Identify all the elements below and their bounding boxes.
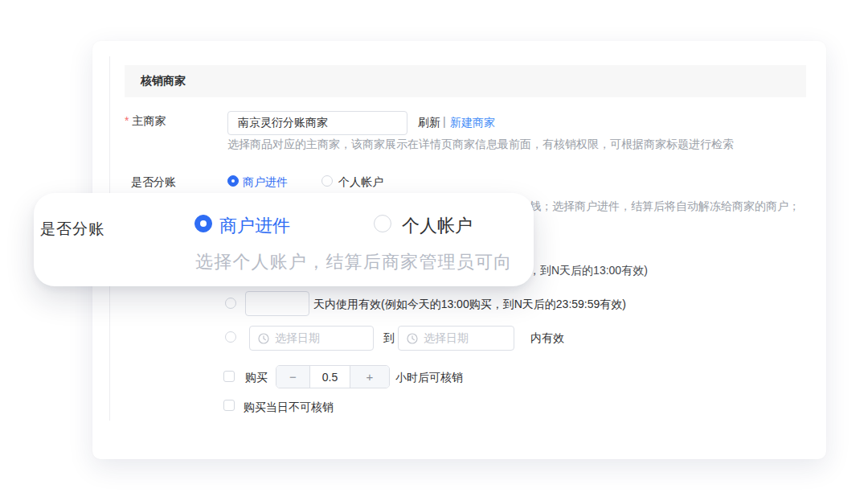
start-date-picker[interactable]: 选择日期 [249,326,374,351]
magnifier-radio-merchant-entry-label[interactable]: 商户进件 [219,214,290,238]
radio-personal-account-label[interactable]: 个人帐户 [338,175,383,190]
split-account-label: 是否分账 [131,175,176,190]
radio-merchant-entry-label[interactable]: 商户进件 [243,175,288,190]
radio-merchant-entry[interactable] [227,175,239,187]
delay-suffix-label: 小时后可核销 [395,371,463,385]
clock-icon [407,333,418,344]
delay-prefix-label: 购买 [245,371,268,385]
range-to-label: 到 [383,331,395,346]
same-day-checkbox[interactable] [223,400,235,411]
start-date-placeholder: 选择日期 [275,331,320,346]
range-suffix-label: 内有效 [530,331,564,346]
increase-button[interactable]: + [350,366,389,388]
hours-stepper: − 0.5 + [276,365,390,388]
create-merchant-link[interactable]: 新建商家 [450,116,495,130]
days-option-text: 天内使用有效(例如今天的13:00购买，到N天后的23:59:59有效) [313,298,626,312]
radio-date-range[interactable] [225,331,236,343]
page: 核销商家 *主商家 刷新 | 新建商家 选择商品对应的主商家，该商家展示在详情页… [0,0,868,497]
magnifier-help-text: 选择个人账户，结算后商家管理员可向 [195,250,512,274]
link-separator: | [443,115,446,128]
magnifier-radio-personal-account[interactable] [374,215,391,232]
radio-days-valid[interactable] [225,298,236,309]
main-merchant-input[interactable] [227,111,407,135]
magnifier-split-label: 是否分账 [40,219,104,240]
section-header: 核销商家 [125,65,806,97]
hour-option-text-tail: ，到N天后的13:00有效) [529,264,648,278]
decrease-button[interactable]: − [276,366,310,388]
radio-personal-account[interactable] [321,175,333,187]
clock-icon [258,333,269,344]
magnifier-radio-merchant-entry[interactable] [194,215,212,232]
main-merchant-help: 选择商品对应的主商家，该商家展示在详情页商家信息最前面，有核销权限，可根据商家标… [227,138,734,152]
end-date-placeholder: 选择日期 [424,331,469,346]
main-merchant-label: *主商家 [125,114,166,129]
refresh-link[interactable]: 刷新 [418,116,440,130]
magnifier-popup: 是否分账 商户进件 个人帐户 选择个人账户，结算后商家管理员可向 [34,193,534,286]
hours-value[interactable]: 0.5 [310,366,350,388]
split-account-help-tail: 零钱；选择商户进件，结算后将自动解冻给商家的商户； [518,199,800,214]
required-mark: * [125,114,129,127]
magnifier-radio-personal-account-label[interactable]: 个人帐户 [402,214,473,238]
end-date-picker[interactable]: 选择日期 [398,326,514,351]
delay-checkbox[interactable] [223,371,235,382]
same-day-label: 购买当日不可核销 [244,400,334,415]
section-title: 核销商家 [141,74,186,88]
days-count-input[interactable] [245,291,309,316]
